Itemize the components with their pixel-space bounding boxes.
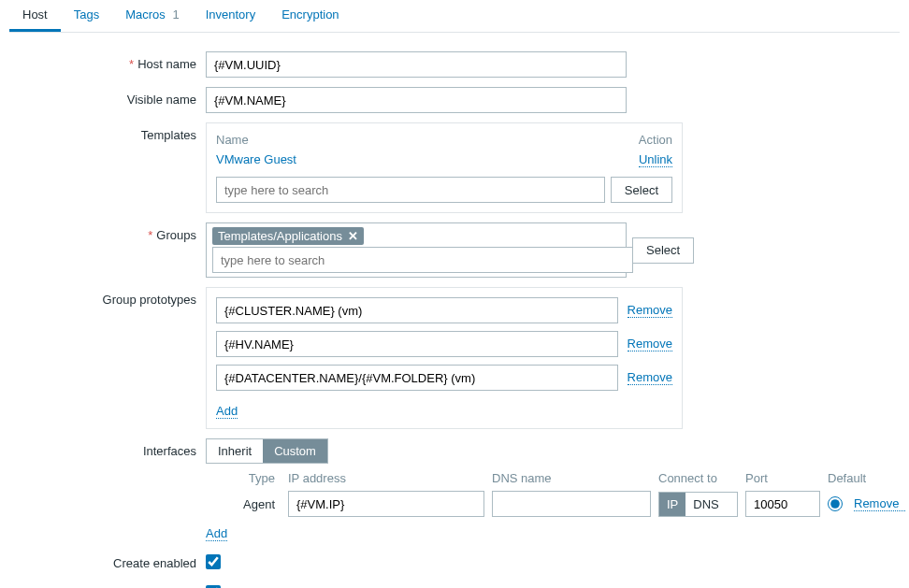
group-prototype-input[interactable]: [216, 331, 618, 357]
tab-tags[interactable]: Tags: [61, 0, 112, 32]
if-ip-input[interactable]: [288, 491, 484, 517]
label-create-enabled: Create enabled: [9, 551, 206, 570]
label-templates: Templates: [9, 122, 206, 142]
visible-name-input[interactable]: [206, 87, 627, 113]
if-col-dns: DNS name: [492, 471, 651, 485]
if-col-type: Type: [206, 471, 281, 485]
if-col-default: Default: [828, 471, 898, 485]
template-search-input[interactable]: [216, 177, 605, 203]
tab-encryption[interactable]: Encryption: [268, 0, 352, 32]
template-link[interactable]: VMware Guest: [216, 152, 296, 167]
connect-dns[interactable]: DNS: [685, 493, 726, 516]
create-enabled-checkbox[interactable]: [206, 554, 221, 569]
toggle-custom[interactable]: Custom: [263, 439, 327, 463]
tab-inventory[interactable]: Inventory: [193, 0, 268, 32]
toggle-inherit[interactable]: Inherit: [207, 439, 263, 463]
interfaces-header: Type IP address DNS name Connect to Port…: [206, 471, 898, 485]
if-dns-input[interactable]: [492, 491, 651, 517]
group-prototype-input[interactable]: [216, 297, 618, 323]
if-col-ip: IP address: [288, 471, 484, 485]
if-col-connect: Connect to: [658, 471, 738, 485]
tab-macros[interactable]: Macros 1: [112, 0, 192, 32]
if-connect-toggle: IP DNS: [658, 492, 738, 517]
template-unlink[interactable]: Unlink: [639, 152, 672, 167]
if-port-input[interactable]: [745, 491, 820, 517]
label-group-prototypes: Group prototypes: [9, 287, 206, 307]
tab-macros-count: 1: [172, 7, 179, 22]
interface-add[interactable]: Add: [206, 526, 227, 541]
group-prototype-remove[interactable]: Remove: [628, 303, 672, 318]
if-col-port: Port: [745, 471, 820, 485]
group-prototypes-box: Remove Remove Remove Add: [206, 287, 683, 429]
label-host-name: Host name: [9, 51, 206, 71]
interface-row: Agent IP DNS Remove: [206, 491, 898, 517]
tab-host[interactable]: Host: [9, 0, 61, 32]
group-chip-label: Templates/Applications: [218, 229, 342, 243]
interfaces-toggle: Inherit Custom: [206, 438, 328, 464]
group-prototype-remove[interactable]: Remove: [628, 370, 672, 385]
group-prototype-input[interactable]: [216, 365, 618, 391]
label-groups: Groups: [9, 222, 206, 242]
tab-macros-label: Macros: [125, 7, 166, 22]
templates-box: Name Action VMware Guest Unlink Select: [206, 122, 683, 213]
label-interfaces: Interfaces: [9, 438, 206, 458]
group-prototype-remove[interactable]: Remove: [628, 337, 672, 351]
template-select-button[interactable]: Select: [611, 177, 672, 203]
label-discover: Discover: [9, 581, 206, 588]
if-default-radio[interactable]: [828, 496, 843, 511]
group-chip: Templates/Applications ✕: [212, 227, 364, 245]
groups-select-button[interactable]: Select: [632, 237, 694, 264]
groups-search-input[interactable]: [212, 247, 633, 273]
form: Host name Visible name Templates Name Ac…: [9, 33, 900, 588]
connect-ip[interactable]: IP: [659, 493, 685, 516]
group-prototype-add[interactable]: Add: [216, 404, 238, 419]
label-visible-name: Visible name: [9, 87, 206, 107]
templates-col-name: Name: [216, 133, 249, 147]
templates-col-action: Action: [639, 133, 672, 147]
host-name-input[interactable]: [206, 51, 627, 78]
group-chip-remove-icon[interactable]: ✕: [348, 229, 358, 243]
groups-multiselect[interactable]: Templates/Applications ✕: [206, 222, 627, 278]
if-type: Agent: [206, 497, 281, 511]
if-remove[interactable]: Remove: [854, 496, 905, 511]
tabs: Host Tags Macros 1 Inventory Encryption: [9, 0, 900, 33]
